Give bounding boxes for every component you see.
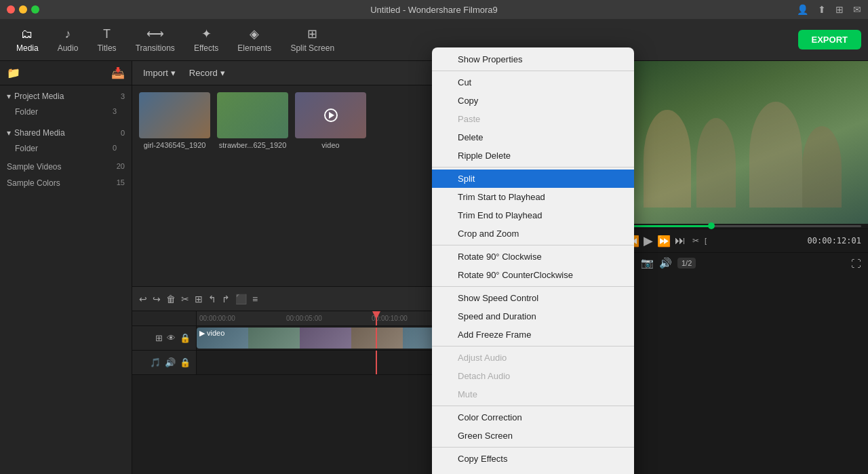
redo-icon[interactable]: ↪ [153,294,161,304]
profile-icon[interactable]: 👤 [797,4,808,15]
record-button[interactable]: Record ▾ [185,66,229,80]
minimize-button[interactable] [19,5,27,14]
nav-item-titles[interactable]: T Titles [87,24,125,56]
export-button[interactable]: EXPORT [798,30,861,50]
mail-icon[interactable]: ✉ [853,4,861,15]
ctx-green-screen[interactable]: Green Screen [432,427,634,445]
ctx-copy[interactable]: Copy [432,92,634,110]
window-controls[interactable] [7,5,39,14]
ctx-copy-effects[interactable]: Copy Effects [432,450,634,468]
bracket-left-icon[interactable]: [ [705,237,707,245]
preview-ratio[interactable]: 1/2 [677,258,696,269]
track-lock-icon[interactable]: 🔒 [180,333,191,343]
effects-icon: ✦ [201,26,212,41]
video-track-controls: ⊞ 👁 🔒 [132,326,197,350]
preview-progress[interactable] [611,225,861,227]
nav-item-audio[interactable]: ♪ Audio [48,24,88,56]
media-item-1[interactable]: strawber...625_1920 [217,92,288,279]
ctx-paste: Paste [432,110,634,128]
skip-forward-icon[interactable]: ⏭ [675,235,686,247]
ctx-show-properties[interactable]: Show Properties [432,50,634,68]
nav-item-elements[interactable]: ◈ Elements [228,24,281,56]
left-panel: 📁 📥 ▾ Project Media 3 Folder 3 ▾ Shared … [0,61,132,474]
project-media-count: 3 [121,92,125,100]
ctx-rotate-ccw[interactable]: Rotate 90° CounterClockwise [432,266,634,284]
media-item-2[interactable]: video [295,92,366,279]
ctx-cut[interactable]: Cut [432,73,634,92]
context-menu: Show Properties Cut Copy Paste Delete Ri… [432,47,634,474]
transitions-icon: ⟷ [146,26,164,41]
ctx-sep-1 [432,71,634,71]
share-icon[interactable]: ⬆ [818,4,826,15]
ctx-speed-duration[interactable]: Speed and Duration [432,307,634,325]
ctx-sep-2 [432,167,634,167]
grid-icon[interactable]: ⊞ [835,4,844,15]
ctx-ripple-delete[interactable]: Ripple Delete [432,146,634,165]
nav-item-transitions[interactable]: ⟷ Transitions [126,24,184,56]
shared-media-folder[interactable]: Folder 0 [0,141,132,156]
shared-media-group[interactable]: ▾ Shared Media 0 [0,125,132,141]
ctx-sep-4 [432,286,634,287]
audio-volume-icon[interactable]: 🔊 [165,357,176,368]
import-button[interactable]: Import ▾ [139,66,180,80]
crop-icon[interactable]: ⬛ [235,294,247,304]
preview-controls: ⏮ ⏪ ▶ ⏩ ⏭ ✂ [ 00:00:12:01 [604,229,868,252]
ctx-crop-zoom[interactable]: Crop and Zoom [432,224,634,243]
shared-media-section: ▾ Shared Media 0 Folder 0 [0,122,132,159]
track-eye-icon[interactable]: 👁 [167,333,176,343]
nav-label-audio: Audio [58,43,79,53]
cut-icon[interactable]: ✂ [181,294,189,304]
fullscreen-icon[interactable]: ⛶ [851,258,861,269]
nav-item-media[interactable]: 🗂 Media [7,24,48,56]
audio-icon[interactable]: 🎵 [150,357,161,368]
maximize-button[interactable] [31,5,39,14]
ctx-trim-start[interactable]: Trim Start to Playhead [432,188,634,206]
track-grid-icon[interactable]: ⊞ [155,333,163,343]
chevron-down-icon: ▾ [7,92,11,101]
ctx-freeze-frame[interactable]: Add Freeze Frame [432,325,634,344]
ctx-rotate-cw[interactable]: Rotate 90° Clockwise [432,248,634,266]
ctx-paste-effects: Paste Effects [432,468,634,474]
elements-icon: ◈ [250,26,259,41]
audio-track-controls: 🎵 🔊 🔒 [132,351,197,374]
settings-icon[interactable]: ≡ [252,294,258,304]
split-icon[interactable]: ⊞ [195,294,203,304]
close-button[interactable] [7,5,15,14]
trim-start-icon[interactable]: ↰ [208,294,216,304]
scissors-icon[interactable]: ✂ [692,236,699,245]
ctx-mute: Mute [432,385,634,403]
add-folder-icon[interactable]: 📁 [7,66,20,79]
titles-icon: T [103,27,111,41]
sample-videos-item[interactable]: Sample Videos 20 [0,159,132,175]
titlebar: Untitled - Wondershare Filmora9 👤 ⬆ ⊞ ✉ [0,0,868,19]
volume-icon[interactable]: 🔊 [659,257,672,269]
undo-icon[interactable]: ↩ [139,294,147,304]
panel-header: 📁 📥 [0,61,132,85]
nav-label-split-screen: Split Screen [290,43,334,53]
ctx-color-correction[interactable]: Color Correction [432,408,634,427]
ctx-trim-end[interactable]: Trim End to Playhead [432,206,634,224]
step-forward-icon[interactable]: ⏩ [657,235,671,248]
sample-colors-item[interactable]: Sample Colors 15 [0,175,132,191]
snapshot-icon[interactable]: 📷 [641,257,654,269]
project-media-group[interactable]: ▾ Project Media 3 [0,88,132,104]
ctx-sep-7 [432,447,634,448]
audio-icon: ♪ [65,27,71,41]
nav-item-effects[interactable]: ✦ Effects [184,24,228,56]
trim-end-icon[interactable]: ↱ [222,294,230,304]
titlebar-icons: 👤 ⬆ ⊞ ✉ [797,4,861,15]
import-icon[interactable]: 📥 [111,66,125,79]
ctx-split[interactable]: Split [432,170,634,188]
ctx-show-speed[interactable]: Show Speed Control [432,289,634,307]
media-item-0[interactable]: girl-2436545_1920 [139,92,210,279]
delete-icon[interactable]: 🗑 [166,294,176,304]
project-media-folder[interactable]: Folder 3 [0,104,132,119]
right-panel: ⏮ ⏪ ▶ ⏩ ⏭ ✂ [ 00:00:12:01 ⚙ 🎙 📷 🔊 1/2 ⛶ [604,61,868,474]
audio-track-playhead [376,351,377,374]
audio-lock-icon[interactable]: 🔒 [180,357,191,368]
ctx-detach-audio: Detach Audio [432,367,634,385]
chevron-down-icon-2: ▾ [7,128,11,138]
play-icon[interactable]: ▶ [644,233,653,248]
nav-item-split-screen[interactable]: ⊞ Split Screen [281,24,344,56]
ctx-delete[interactable]: Delete [432,128,634,146]
